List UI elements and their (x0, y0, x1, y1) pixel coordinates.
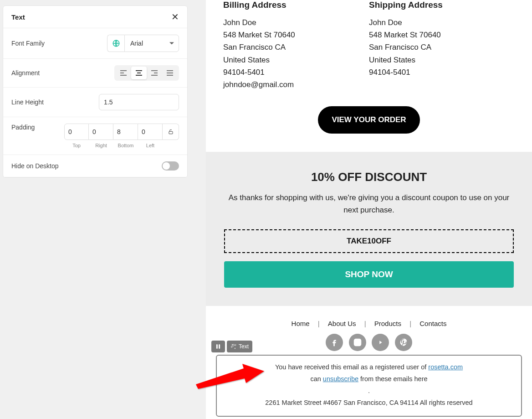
align-left-icon[interactable] (116, 67, 131, 79)
padding-row: Padding 0 0 8 0 Top Right Bottom Left (3, 117, 187, 155)
footer-section: Home | About Us | Products | Contacts (206, 306, 532, 417)
font-family-label: Font Family (11, 40, 45, 47)
hide-desktop-label: Hide on Desktop (11, 162, 59, 170)
padding-bottom-input[interactable]: 8 (113, 124, 138, 140)
globe-icon[interactable] (107, 35, 124, 52)
padding-top-label: Top (64, 143, 89, 148)
padding-left-label: Left (138, 143, 163, 148)
footer-link-products[interactable]: Products (368, 320, 408, 327)
discount-text: As thanks for shopping with us, we're gi… (224, 191, 514, 216)
close-icon[interactable]: ✕ (171, 12, 179, 21)
view-order-button[interactable]: VIEW YOUR ORDER (318, 106, 419, 134)
selected-text-block[interactable]: You have received this email as a regist… (216, 355, 522, 417)
svg-rect-1 (169, 131, 172, 134)
svg-point-4 (359, 340, 360, 341)
svg-rect-5 (216, 344, 218, 348)
padding-right-input[interactable]: 0 (89, 124, 113, 140)
padding-label: Padding (11, 124, 35, 131)
pinterest-icon[interactable] (395, 334, 412, 351)
email-preview: Billing Address John Doe 548 Market St 7… (206, 0, 532, 419)
alignment-label: Alignment (11, 69, 40, 77)
alignment-group (114, 65, 179, 81)
billing-heading: Billing Address (223, 0, 369, 10)
youtube-icon[interactable] (372, 334, 389, 351)
font-family-control: Arial (107, 35, 179, 52)
instagram-icon[interactable] (349, 334, 366, 351)
padding-control: 0 0 8 0 Top Right Bottom Left (64, 124, 179, 148)
svg-rect-6 (219, 344, 220, 348)
coupon-code: TAKE10OFF (224, 229, 514, 253)
font-family-select[interactable]: Arial (124, 35, 179, 52)
text-settings-panel: Text ✕ Font Family Arial Alignment (3, 5, 188, 178)
block-tags: Text (211, 341, 252, 352)
columns-icon[interactable] (211, 341, 225, 352)
font-family-row: Font Family Arial (3, 28, 187, 59)
font-family-value: Arial (130, 40, 143, 47)
line-height-row: Line Height 1.5 (3, 88, 187, 117)
line-height-input[interactable]: 1.5 (99, 94, 179, 110)
footer-links: Home | About Us | Products | Contacts (210, 320, 527, 327)
unsub-line-2: can unsubscribe from these emails here (221, 373, 517, 385)
discount-section: 10% OFF DISCOUNT As thanks for shopping … (206, 152, 532, 305)
chevron-down-icon (169, 42, 174, 45)
text-tag-label: Text (239, 343, 249, 350)
facebook-icon[interactable] (326, 334, 343, 351)
padding-right-label: Right (89, 143, 113, 148)
unsub-address: 2261 Market Street #4667 San Francisco, … (221, 397, 517, 409)
line-height-label: Line Height (11, 98, 44, 106)
footer-link-home[interactable]: Home (285, 320, 316, 327)
line-height-value: 1.5 (104, 98, 113, 106)
padding-left-input[interactable]: 0 (138, 124, 163, 140)
alignment-row: Alignment (3, 59, 187, 88)
shipping-address: Shipping Address John Doe 548 Market St … (369, 0, 515, 91)
discount-heading: 10% OFF DISCOUNT (224, 170, 514, 184)
unsub-dot: . (221, 385, 517, 397)
padding-top-input[interactable]: 0 (64, 124, 89, 140)
unsub-line-1: You have received this email as a regist… (221, 361, 517, 373)
panel-title: Text (11, 13, 25, 21)
unlock-icon[interactable] (163, 124, 179, 140)
align-center-icon[interactable] (131, 67, 147, 79)
addresses-section: Billing Address John Doe 548 Market St 7… (206, 0, 532, 91)
shop-now-button[interactable]: SHOP NOW (224, 261, 514, 288)
footer-link-about[interactable]: About Us (322, 320, 363, 327)
unsubscribe-link[interactable]: unsubscribe (323, 375, 358, 383)
padding-bottom-label: Bottom (113, 143, 138, 148)
hide-desktop-row: Hide on Desktop (3, 155, 187, 177)
align-justify-icon[interactable] (162, 67, 178, 79)
footer-link-contacts[interactable]: Contacts (413, 320, 453, 327)
billing-address: Billing Address John Doe 548 Market St 7… (223, 0, 369, 91)
panel-header: Text ✕ (3, 6, 187, 28)
shipping-heading: Shipping Address (369, 0, 515, 10)
svg-point-3 (356, 341, 359, 343)
align-right-icon[interactable] (147, 67, 162, 79)
rosetta-link[interactable]: rosetta.com (428, 363, 463, 371)
view-order-section: VIEW YOUR ORDER (206, 91, 532, 152)
hide-desktop-toggle[interactable] (162, 161, 179, 171)
social-icons (210, 334, 527, 351)
text-block-tag[interactable]: Text (227, 341, 252, 352)
